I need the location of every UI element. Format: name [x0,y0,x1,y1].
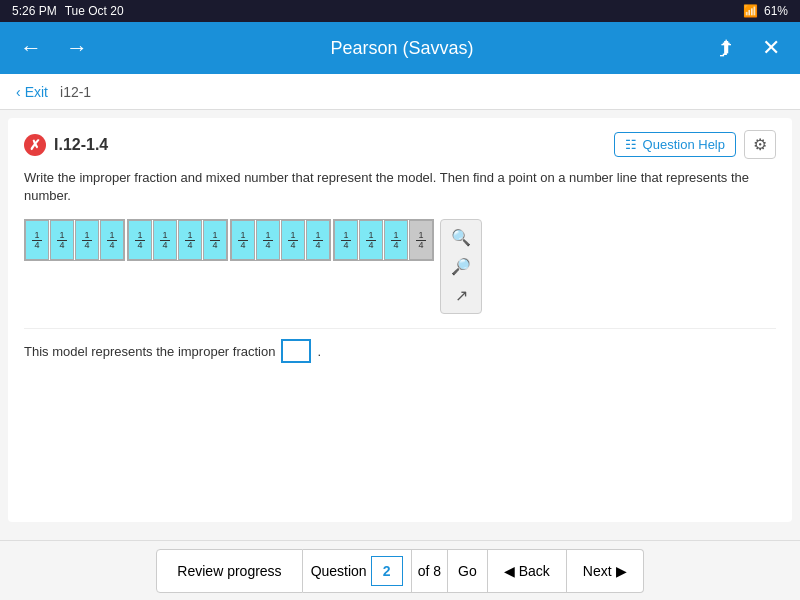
of-label: of 8 [412,549,448,593]
question-id-area: ✗ I.12-1.4 [24,134,108,156]
next-label: Next [583,563,612,579]
expand-button[interactable]: ↗ [445,282,477,309]
wifi-icon: 📶 [743,4,758,18]
answer-dot: . [317,344,321,359]
help-label: Question Help [643,137,725,152]
back-arrow-icon: ◀ [504,563,515,579]
status-bar: 5:26 PM Tue Oct 20 📶 61% [0,0,800,22]
cell-1-2: 14 [50,220,74,260]
battery: 61% [764,4,788,18]
cell-2-2: 14 [153,220,177,260]
header-right: ☷ Question Help ⚙ [614,130,776,159]
list-icon: ☷ [625,137,637,152]
nav-title: Pearson (Savvas) [92,38,712,59]
main-content: ✗ I.12-1.4 ☷ Question Help ⚙ Write the i… [8,118,792,522]
fraction-group-2: 14 14 14 14 [127,219,228,261]
cell-1-1: 14 [25,220,49,260]
question-number-input[interactable] [371,556,403,586]
answer-input[interactable] [281,339,311,363]
question-id-text: I.12-1.4 [54,136,108,154]
go-button[interactable]: Go [448,549,488,593]
chevron-left-icon: ‹ [16,84,21,100]
lesson-id: i12-1 [60,84,91,100]
review-progress-button[interactable]: Review progress [156,549,302,593]
fraction-group-1: 14 14 14 14 [24,219,125,261]
question-label-text: Question [311,563,367,579]
status-right: 📶 61% [743,4,788,18]
zoom-in-button[interactable]: 🔍 [445,224,477,251]
question-text-area: This model represents the improper fract… [24,328,776,363]
question-label-area: Question [303,549,412,593]
cell-4-1: 14 [334,220,358,260]
question-help-button[interactable]: ☷ Question Help [614,132,736,157]
cell-3-3: 14 [281,220,305,260]
cell-2-3: 14 [178,220,202,260]
bottom-bar: Review progress Question of 8 Go ◀ Back … [0,540,800,600]
back-label: Back [519,563,550,579]
cell-4-2: 14 [359,220,383,260]
cell-2-1: 14 [128,220,152,260]
next-arrow-icon: ▶ [616,563,627,579]
cell-3-2: 14 [256,220,280,260]
forward-nav-button[interactable]: → [62,31,92,65]
cell-1-3: 14 [75,220,99,260]
cell-3-1: 14 [231,220,255,260]
breadcrumb-bar: ‹ Exit i12-1 [0,74,800,110]
cell-2-4: 14 [203,220,227,260]
cell-4-4: 14 [409,220,433,260]
nav-right-icons: ⮭ ✕ [712,31,784,65]
fraction-group-3: 14 14 14 14 [230,219,331,261]
zoom-panel: 🔍 🔎 ↗ [440,219,482,314]
back-button[interactable]: ◀ Back [488,549,567,593]
settings-button[interactable]: ⚙ [744,130,776,159]
status-left: 5:26 PM Tue Oct 20 [12,4,124,18]
close-button[interactable]: ✕ [758,31,784,65]
next-button[interactable]: Next ▶ [567,549,644,593]
cell-4-3: 14 [384,220,408,260]
cell-1-4: 14 [100,220,124,260]
nav-left-icons: ← → [16,31,92,65]
exit-label: Exit [25,84,48,100]
instructions: Write the improper fraction and mixed nu… [24,169,776,205]
question-text: This model represents the improper fract… [24,344,275,359]
exit-button[interactable]: ‹ Exit [16,84,48,100]
date: Tue Oct 20 [65,4,124,18]
time: 5:26 PM [12,4,57,18]
fraction-group-4: 14 14 14 14 [333,219,434,261]
gear-icon: ⚙ [753,136,767,153]
nav-bar: ← → Pearson (Savvas) ⮭ ✕ [0,22,800,74]
incorrect-icon: ✗ [24,134,46,156]
fraction-grid: 14 14 14 14 14 14 14 14 14 14 14 14 14 [24,219,434,261]
share-button[interactable]: ⮭ [712,31,742,65]
back-nav-button[interactable]: ← [16,31,46,65]
question-header: ✗ I.12-1.4 ☷ Question Help ⚙ [24,130,776,159]
cell-3-4: 14 [306,220,330,260]
model-area: 14 14 14 14 14 14 14 14 14 14 14 14 14 [24,219,776,314]
zoom-out-button[interactable]: 🔎 [445,253,477,280]
